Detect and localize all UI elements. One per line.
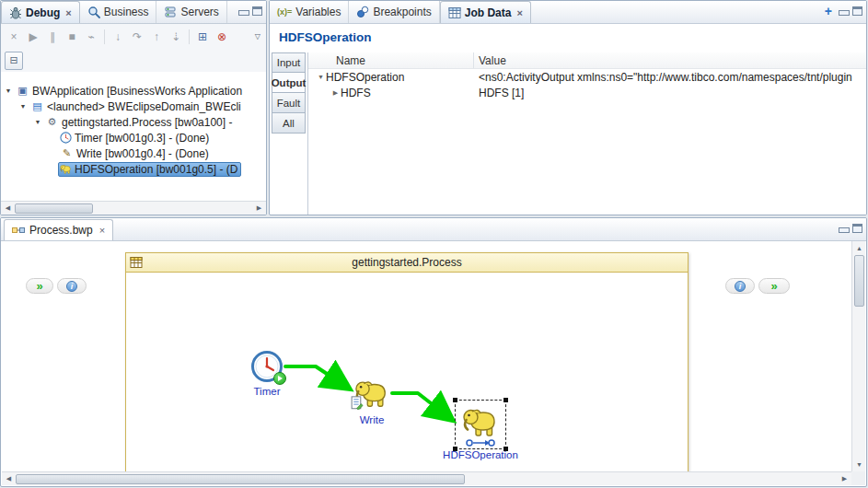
tree-item-hdfsoperation[interactable]: HDFSOperation [bw001g0.5] - (D bbox=[1, 161, 266, 177]
canvas-vscrollbar[interactable]: ▲ ▼ bbox=[851, 241, 865, 471]
tree-view-toggle-icon[interactable]: ⊟ bbox=[5, 52, 23, 70]
selection-handle[interactable] bbox=[503, 398, 508, 402]
minimize-icon[interactable] bbox=[839, 6, 848, 16]
close-icon[interactable]: × bbox=[65, 7, 71, 18]
editor-tabbar: Process.bwp × bbox=[1, 218, 866, 241]
close-icon[interactable]: × bbox=[99, 225, 105, 236]
bug-icon bbox=[9, 6, 22, 19]
table-row[interactable]: ▼ HDFSOperation <ns0:ActivityOutput xmln… bbox=[308, 69, 866, 85]
hdfs-elephant-icon bbox=[60, 163, 72, 175]
scroll-up-icon[interactable]: ▲ bbox=[852, 241, 865, 255]
write-icon: ✎ bbox=[60, 147, 74, 159]
step-return-icon[interactable]: ↑ bbox=[147, 30, 166, 43]
profile-icon[interactable]: ⊞ bbox=[193, 30, 212, 43]
tab-breakpoints[interactable]: Breakpoints bbox=[349, 1, 439, 23]
tab-debug[interactable]: Debug × bbox=[1, 1, 80, 23]
job-data-body: Input Output Fault All Name Value ▼ HDFS… bbox=[272, 52, 866, 215]
step-into-icon[interactable]: ↓ bbox=[109, 30, 127, 43]
tree-item-write[interactable]: ✎ Write [bw001g0.4] - (Done) bbox=[1, 145, 266, 161]
selection-handle[interactable] bbox=[453, 398, 457, 402]
process-title: gettingstarted.Process bbox=[126, 256, 688, 269]
remove-all-terminated-icon[interactable]: × bbox=[5, 30, 23, 43]
suspend-icon[interactable]: ∥ bbox=[43, 30, 62, 43]
twistie-icon[interactable]: ▼ bbox=[3, 87, 14, 94]
minimize-icon[interactable] bbox=[839, 224, 848, 233]
cell-name: HDFSOperation bbox=[326, 71, 404, 84]
step-over-icon[interactable]: ↷ bbox=[128, 30, 146, 43]
link-end-pill[interactable]: » bbox=[758, 278, 790, 294]
activity-hdfs-icon[interactable] bbox=[462, 403, 499, 440]
tree-item-timer[interactable]: Timer [bw001g0.3] - (Done) bbox=[1, 130, 266, 145]
table-icon bbox=[448, 6, 461, 19]
scrollbar-thumb[interactable] bbox=[16, 474, 465, 484]
tab-label: Job Data bbox=[465, 6, 512, 19]
stop-icon[interactable]: ⊗ bbox=[213, 30, 231, 43]
close-icon[interactable]: × bbox=[516, 7, 522, 18]
drop-to-frame-icon[interactable]: ⇣ bbox=[167, 30, 185, 43]
debug-hscrollbar[interactable]: ◀ ▶ bbox=[1, 201, 266, 215]
tab-variables[interactable]: (x)= Variables bbox=[270, 1, 349, 23]
column-header-name[interactable]: Name bbox=[308, 52, 474, 68]
tree-item-label: Timer [bw001g0.3] - (Done) bbox=[72, 132, 209, 145]
tab-job-data[interactable]: Job Data × bbox=[440, 1, 531, 23]
resume-icon[interactable]: ▶ bbox=[24, 30, 42, 43]
column-header-value[interactable]: Value bbox=[474, 54, 866, 67]
side-tab-fault[interactable]: Fault bbox=[272, 93, 306, 113]
link-start-pill[interactable]: » bbox=[26, 278, 53, 294]
debug-view-panel: Debug × Business Servers × ▶ ∥ ■ ⌁ ↓ ↷ ↑… bbox=[0, 0, 267, 215]
process-editor-panel: Process.bwp × gettingstarted.Process » i… bbox=[0, 217, 867, 487]
canvas-hscrollbar[interactable]: ◀ ▶ bbox=[2, 471, 851, 485]
maximize-icon[interactable] bbox=[852, 6, 862, 16]
twistie-icon[interactable]: ▼ bbox=[17, 103, 29, 110]
debug-toolbar-secondary: ⊟ bbox=[1, 49, 266, 72]
scroll-down-icon[interactable]: ▼ bbox=[852, 458, 865, 471]
tab-label: Breakpoints bbox=[373, 6, 431, 18]
window-buttons: + bbox=[825, 6, 862, 16]
twistie-icon[interactable]: ▼ bbox=[316, 74, 326, 80]
terminate-icon[interactable]: ■ bbox=[63, 30, 81, 43]
info-pill-right[interactable]: i bbox=[725, 278, 755, 294]
disconnect-icon[interactable]: ⌁ bbox=[82, 30, 100, 43]
tree-item-bwapplication[interactable]: ▼ ▣ BWApplication [BusinessWorks Applica… bbox=[1, 83, 266, 99]
activity-timer-icon[interactable] bbox=[250, 350, 284, 383]
info-icon: i bbox=[66, 281, 77, 292]
side-tab-input[interactable]: Input bbox=[272, 52, 306, 73]
tree-item-process[interactable]: ▼ ⚙ gettingstarted.Process [bw0a100] - bbox=[1, 114, 266, 130]
scroll-right-icon[interactable]: ▶ bbox=[252, 202, 266, 215]
add-icon[interactable]: + bbox=[825, 6, 832, 16]
scrollbar-thumb[interactable] bbox=[854, 255, 864, 307]
debug-tabbar: Debug × Business Servers bbox=[1, 1, 266, 24]
twistie-icon[interactable]: ▶ bbox=[330, 89, 341, 97]
write-badge-icon bbox=[350, 396, 364, 412]
maximize-icon[interactable] bbox=[852, 224, 862, 233]
process-gear-icon: ⚙ bbox=[45, 116, 59, 128]
minimize-icon[interactable] bbox=[238, 6, 248, 16]
breakpoints-icon bbox=[356, 6, 369, 18]
output-table: Name Value ▼ HDFSOperation <ns0:Activity… bbox=[307, 52, 866, 215]
scroll-left-icon[interactable]: ◀ bbox=[1, 202, 15, 215]
side-tab-output[interactable]: Output bbox=[272, 73, 306, 93]
connection-points-icon[interactable] bbox=[466, 437, 495, 450]
tab-business[interactable]: Business bbox=[80, 1, 157, 23]
side-tab-all[interactable]: All bbox=[272, 113, 306, 134]
view-menu-icon[interactable]: ▽ bbox=[255, 32, 262, 41]
io-side-tabs: Input Output Fault All bbox=[272, 52, 306, 134]
table-row[interactable]: ▶ HDFS HDFS [1] bbox=[308, 85, 866, 100]
info-pill-left[interactable]: i bbox=[57, 278, 87, 294]
twistie-icon[interactable]: ▼ bbox=[32, 119, 43, 125]
tree-item-launched[interactable]: ▼ ▤ <launched> BWEclipseDomain_BWEcli bbox=[1, 99, 266, 114]
tab-servers[interactable]: Servers bbox=[156, 1, 226, 23]
job-data-panel: (x)= Variables Breakpoints Job Data × + … bbox=[269, 0, 867, 215]
cell-value: HDFS [1] bbox=[474, 87, 866, 99]
scroll-right-icon[interactable]: ▶ bbox=[838, 472, 851, 486]
maximize-icon[interactable] bbox=[252, 6, 262, 16]
process-canvas[interactable]: gettingstarted.Process » i i » bbox=[2, 241, 865, 485]
magnifier-icon bbox=[87, 6, 100, 18]
green-arrows-icon: » bbox=[36, 282, 42, 291]
scrollbar-thumb[interactable] bbox=[15, 203, 93, 214]
process-icon bbox=[12, 224, 25, 237]
activity-write-icon[interactable] bbox=[354, 376, 389, 411]
activity-hdfs-label: HDFSOperation bbox=[423, 449, 538, 460]
scroll-left-icon[interactable]: ◀ bbox=[2, 472, 16, 486]
tab-process-bwp[interactable]: Process.bwp × bbox=[4, 219, 113, 240]
